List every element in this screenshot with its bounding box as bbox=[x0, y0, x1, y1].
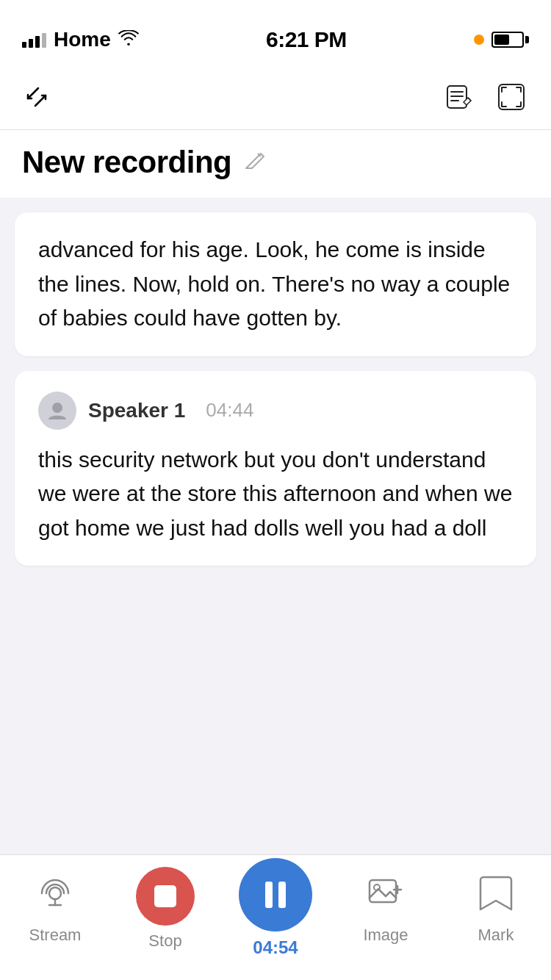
timer-label: 04:54 bbox=[253, 937, 298, 958]
status-left: Home bbox=[22, 28, 139, 51]
speaker-header: Speaker 1 04:44 bbox=[38, 392, 513, 430]
wifi-icon bbox=[118, 28, 139, 51]
stream-button[interactable]: Stream bbox=[7, 867, 103, 945]
svg-rect-11 bbox=[499, 84, 524, 109]
expand-button[interactable] bbox=[494, 79, 529, 115]
header-right bbox=[441, 79, 529, 115]
svg-line-3 bbox=[35, 96, 46, 106]
svg-line-0 bbox=[28, 88, 38, 98]
status-bar: Home 6:21 PM bbox=[0, 0, 551, 65]
mark-label: Mark bbox=[478, 926, 514, 945]
time-display: 6:21 PM bbox=[266, 27, 347, 52]
edit-icon[interactable] bbox=[243, 148, 267, 177]
signal-icon bbox=[22, 32, 46, 48]
image-icon bbox=[359, 867, 412, 920]
transcript-bubble-2: Speaker 1 04:44 this security network bu… bbox=[15, 371, 536, 566]
battery-dot bbox=[474, 35, 484, 45]
battery-icon bbox=[491, 32, 529, 48]
notes-button[interactable] bbox=[441, 79, 476, 115]
pause-bar-right bbox=[278, 882, 286, 908]
pause-bar-left bbox=[265, 882, 273, 908]
bubble-2-text: this security network but you don't unde… bbox=[38, 443, 513, 546]
image-label: Image bbox=[363, 926, 408, 945]
status-right bbox=[474, 32, 529, 48]
title-section: New recording bbox=[0, 130, 551, 198]
header bbox=[0, 65, 551, 130]
stop-label: Stop bbox=[148, 932, 181, 951]
stream-label: Stream bbox=[29, 926, 82, 945]
stream-icon bbox=[29, 867, 82, 920]
transcript-area: advanced for his age. Look, he come is i… bbox=[0, 198, 551, 914]
collapse-icon[interactable] bbox=[22, 82, 51, 112]
avatar bbox=[38, 392, 76, 430]
image-button[interactable]: Image bbox=[338, 867, 433, 945]
bubble-1-text: advanced for his age. Look, he come is i… bbox=[38, 233, 513, 336]
speaker-time: 04:44 bbox=[206, 399, 253, 422]
bottom-toolbar: Stream Stop 04:54 bbox=[0, 854, 551, 980]
stop-square bbox=[154, 885, 176, 907]
svg-point-13 bbox=[52, 403, 62, 413]
stop-button[interactable]: Stop bbox=[118, 867, 213, 951]
mark-button[interactable]: Mark bbox=[448, 867, 544, 945]
play-pause-button[interactable]: 04:54 bbox=[228, 867, 323, 958]
page-title: New recording bbox=[22, 145, 231, 180]
svg-rect-17 bbox=[370, 880, 396, 902]
svg-point-14 bbox=[49, 887, 61, 899]
speaker-name: Speaker 1 bbox=[88, 399, 185, 422]
stop-icon[interactable] bbox=[136, 867, 195, 926]
pause-icon[interactable] bbox=[239, 858, 312, 932]
transcript-bubble-1: advanced for his age. Look, he come is i… bbox=[15, 212, 536, 356]
carrier-label: Home bbox=[54, 28, 111, 51]
header-left[interactable] bbox=[22, 82, 51, 112]
mark-icon bbox=[469, 867, 522, 920]
